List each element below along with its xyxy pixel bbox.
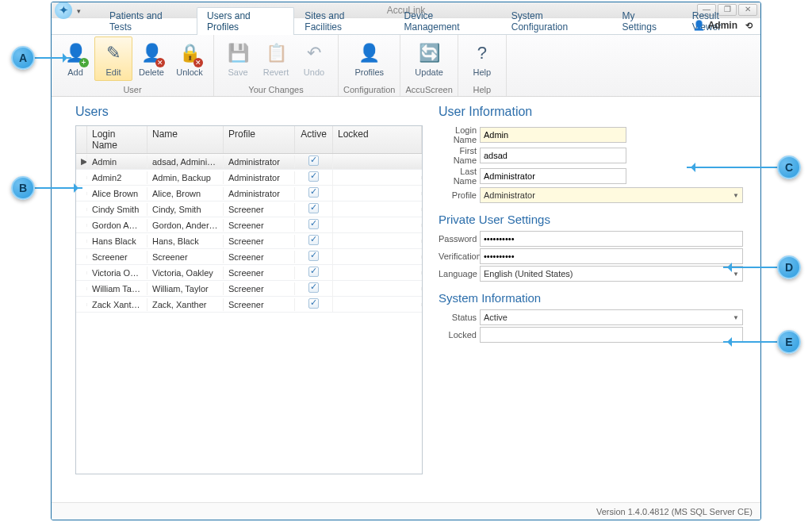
help-button[interactable]: ?Help [463, 36, 501, 81]
table-row[interactable]: Zack XantherZack, XantherScreener [76, 297, 422, 313]
cell-locked [333, 240, 422, 243]
cell-login: Alice Brown [87, 187, 147, 200]
cell-profile: Screener [224, 298, 295, 311]
current-user-badge[interactable]: 👤 Admin ⟲ [693, 20, 753, 31]
delete-user-icon: 👤 [139, 40, 164, 66]
edit-button[interactable]: ✎Edit [94, 36, 132, 81]
active-checkbox[interactable] [308, 251, 319, 261]
unlock-button[interactable]: 🔒Unlock [170, 36, 209, 81]
cell-active [295, 154, 333, 169]
quick-access-dropdown-icon[interactable]: ▾ [77, 7, 81, 15]
app-icon[interactable]: ✦ [55, 2, 72, 19]
cell-name: Screener [147, 251, 224, 263]
table-header: Login NameNameProfileActiveLocked [76, 126, 422, 154]
row-indicator [76, 255, 87, 259]
active-checkbox[interactable] [308, 298, 319, 309]
cell-locked [333, 208, 422, 211]
tab-patients-and-tests[interactable]: Patients and Tests [99, 7, 197, 35]
profile-select[interactable]: Administrator ▼ [480, 187, 743, 203]
table-row[interactable]: Cindy SmithCindy, SmithScreener [76, 202, 422, 217]
password-field[interactable] [480, 231, 743, 247]
system-info-title: System Information [439, 291, 743, 305]
cell-name: Hans, Black [147, 235, 224, 248]
active-checkbox[interactable] [308, 235, 319, 245]
tab-sites-and-facilities[interactable]: Sites and Facilities [294, 7, 393, 35]
row-indicator [76, 176, 87, 179]
callout-c-arrow [687, 167, 779, 168]
active-checkbox[interactable] [308, 155, 319, 166]
callout-c: C [777, 155, 801, 179]
undo-button: ↶Undo [295, 36, 333, 81]
table-row[interactable]: Hans BlackHans, BlackScreener [76, 233, 422, 249]
cell-active [295, 233, 333, 248]
login-name-label: Login Name [439, 125, 477, 144]
cell-profile: Screener [224, 267, 295, 279]
table-row[interactable]: William TaylorWilliam, TaylorScreener [76, 281, 422, 297]
save-button: 💾Save [219, 36, 257, 81]
col-locked[interactable]: Locked [333, 126, 422, 153]
cell-name: Zack, Xanther [147, 298, 224, 311]
profiles-icon: 👤 [357, 40, 382, 66]
cell-active [295, 202, 333, 217]
row-indicator: ▶ [76, 155, 87, 168]
verification-label: Verification [439, 251, 477, 261]
cell-locked [333, 176, 422, 179]
tab-users-and-profiles[interactable]: Users and Profiles [197, 7, 294, 35]
profiles-button[interactable]: 👤Profiles [350, 36, 389, 81]
refresh-icon[interactable]: ⟲ [745, 21, 753, 31]
ribbon-group-accuscreen: 🔄UpdateAccuScreen [400, 35, 458, 96]
delete-button[interactable]: 👤Delete [132, 36, 170, 81]
user-form: User Information Login Name First Name L… [439, 105, 753, 505]
cell-name: Cindy, Smith [147, 203, 224, 216]
cell-login: Zack Xanther [87, 298, 147, 311]
col-profile[interactable]: Profile [224, 126, 295, 153]
cell-login: Hans Black [87, 235, 147, 248]
cell-locked [333, 303, 422, 306]
active-checkbox[interactable] [308, 203, 319, 213]
callout-b: B [11, 176, 35, 200]
callout-e-arrow [723, 341, 777, 343]
ribbon-group-label: User [123, 83, 141, 96]
profile-value: Administrator [484, 190, 535, 200]
cell-profile: Administrator [224, 155, 295, 168]
table-row[interactable]: Admin2Admin, BackupAdministrator [76, 170, 422, 186]
row-indicator [76, 303, 87, 306]
verification-field[interactable] [480, 248, 743, 264]
callout-b-arrow [33, 187, 82, 189]
ribbon-group-label: AccuScreen [405, 83, 452, 96]
table-row[interactable]: Victoria OakleyVictoria, OakleyScreener [76, 265, 422, 281]
first-name-field[interactable] [480, 148, 626, 163]
tab-device-management[interactable]: Device Management [394, 7, 501, 35]
table-row[interactable]: ScreenerScreenerScreener [76, 249, 422, 265]
cell-locked [333, 160, 422, 163]
table-row[interactable]: Gordon Ande...Gordon, AndersonScreener [76, 217, 422, 233]
update-button[interactable]: 🔄Update [410, 36, 448, 81]
status-label: Status [439, 313, 477, 322]
col-login-name[interactable]: Login Name [87, 126, 147, 153]
status-select[interactable]: Active ▼ [480, 309, 743, 325]
active-checkbox[interactable] [308, 282, 319, 293]
revert-button: 📋Revert [257, 36, 295, 81]
cell-login: Admin2 [87, 171, 147, 184]
row-indicator [76, 287, 87, 290]
active-checkbox[interactable] [308, 219, 319, 229]
tab-my-settings[interactable]: My Settings [612, 7, 682, 35]
first-name-label: First Name [439, 146, 477, 165]
active-checkbox[interactable] [308, 171, 319, 182]
login-name-field[interactable] [480, 127, 626, 143]
table-row[interactable]: ▶Adminadsad, AdministratorAdministrator [76, 154, 422, 170]
tab-system-configuration[interactable]: System Configuration [501, 7, 612, 35]
language-select[interactable]: English (United States) ▼ [480, 266, 743, 282]
col-active[interactable]: Active [295, 126, 333, 153]
cell-locked [333, 224, 422, 227]
status-text: Version 1.4.0.4812 (MS SQL Server CE) [596, 507, 753, 516]
callout-c-label: C [785, 161, 793, 174]
cell-active [295, 170, 333, 185]
cell-active [295, 186, 333, 201]
table-row[interactable]: Alice BrownAlice, BrownAdministrator [76, 186, 422, 202]
last-name-field[interactable] [480, 168, 626, 184]
cell-active [295, 249, 333, 264]
active-checkbox[interactable] [308, 267, 319, 277]
active-checkbox[interactable] [308, 187, 319, 198]
col-name[interactable]: Name [147, 126, 224, 153]
